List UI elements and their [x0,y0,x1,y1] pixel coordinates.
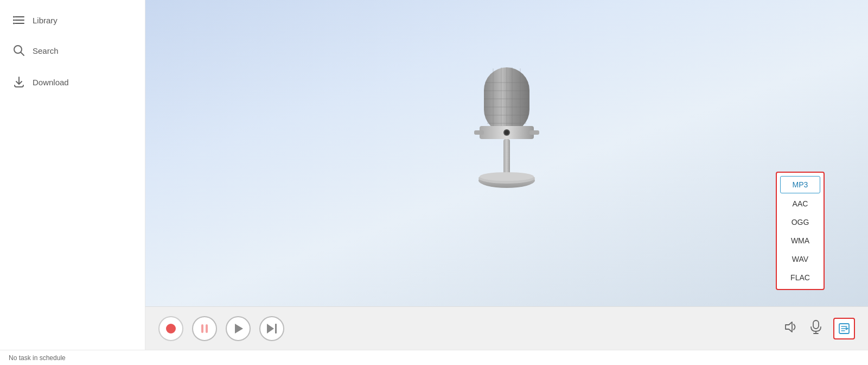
microphone-icon[interactable] [809,320,822,337]
right-controls [784,318,855,339]
sidebar-item-label-search: Search [33,46,59,55]
svg-rect-24 [529,130,539,135]
record-button[interactable] [158,316,183,341]
svg-rect-23 [474,130,484,135]
sidebar: Library Search Download [0,0,145,350]
library-icon [13,15,25,25]
play-icon [235,324,243,333]
svg-rect-30 [813,320,819,329]
format-flac[interactable]: FLAC [777,268,824,287]
status-text: No task in schedule [9,354,66,362]
export-button[interactable] [833,318,855,339]
svg-point-3 [13,16,15,18]
search-icon [13,45,25,56]
download-icon [13,76,25,88]
svg-point-5 [13,23,15,24]
play-button[interactable] [226,316,251,341]
svg-point-4 [13,20,15,21]
skip-button[interactable] [259,316,284,341]
svg-marker-29 [786,322,792,332]
microphone-illustration [463,61,550,213]
sidebar-item-label-download: Download [33,78,69,87]
record-dot-icon [166,324,176,333]
format-wma[interactable]: WMA [777,231,824,250]
svg-rect-25 [503,139,510,177]
volume-icon[interactable] [784,321,799,336]
svg-line-7 [21,52,24,55]
main-content: MP3 AAC OGG WMA WAV FLAC [145,0,868,350]
format-wav[interactable]: WAV [777,250,824,268]
sidebar-item-label-library: Library [33,16,58,25]
status-bar: No task in schedule [0,350,868,365]
app-container: Library Search Download [0,0,868,350]
sidebar-item-download[interactable]: Download [0,66,145,98]
sidebar-item-search[interactable]: Search [0,35,145,66]
skip-icon [267,324,277,333]
visual-area: MP3 AAC OGG WMA WAV FLAC [145,0,868,306]
controls-bar [145,306,868,350]
format-mp3[interactable]: MP3 [780,176,820,193]
format-dropdown: MP3 AAC OGG WMA WAV FLAC [776,172,825,290]
sidebar-item-library[interactable]: Library [0,5,145,35]
format-aac[interactable]: AAC [777,194,824,213]
svg-point-28 [480,172,534,181]
format-ogg[interactable]: OGG [777,213,824,231]
pause-icon [201,324,208,333]
svg-point-22 [505,130,509,135]
pause-button[interactable] [192,316,217,341]
